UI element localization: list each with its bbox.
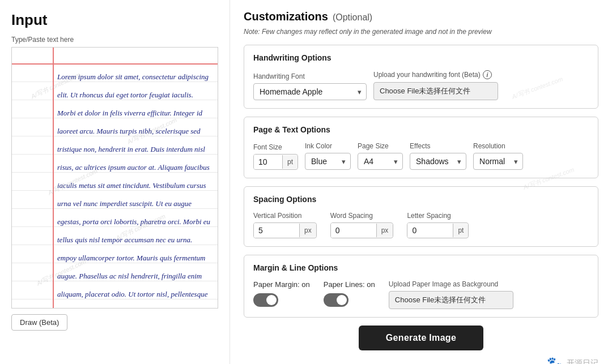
input-label: Type/Paste text here [11, 36, 218, 44]
bg-upload-group: Upload Paper Image as Background Choose … [389, 280, 513, 309]
customizations-note: Note: Few changes may reflect only in th… [244, 28, 598, 36]
font-upload-label: Upload your handwriting font (Beta) i [373, 70, 498, 79]
margin-line-options-row: Paper Margin: on Paper Lines: on [253, 280, 589, 309]
font-size-input-wrapper: pt [253, 154, 298, 170]
logo-text: 开源日记 [567, 358, 598, 364]
customizations-title: Customizations [244, 10, 328, 23]
spacing-options-section: Spacing Options Vertical Position px Wor… [244, 186, 598, 247]
customizations-optional: (Optional) [333, 12, 372, 23]
logo-icon: 🐾 [547, 356, 562, 364]
draw-button[interactable]: Draw (Beta) [11, 314, 67, 331]
spacing-options-row: Vertical Position px Word Spacing px [253, 212, 589, 238]
ink-color-select[interactable]: Blue Black Red Green [305, 153, 351, 170]
margin-line-options-section: Margin & Line Options Paper Margin: on P… [244, 255, 598, 318]
handwritten-text-display: Lorem ipsum dolor sit amet, consectetur … [57, 68, 212, 308]
font-label: Handwriting Font [253, 72, 367, 80]
vertical-position-input-wrapper: px [253, 222, 317, 238]
letter-spacing-label: Letter Spacing [407, 212, 469, 220]
font-size-unit: pt [282, 155, 298, 169]
page-text-options-section: Page & Text Options Font Size pt Ink Col… [244, 117, 598, 178]
ink-color-select-wrapper: Blue Black Red Green [305, 153, 351, 170]
info-icon[interactable]: i [483, 70, 492, 79]
resolution-select-wrapper: Normal High Low [473, 153, 523, 170]
vertical-position-group: Vertical Position px [253, 212, 317, 238]
page-title: Input [11, 11, 218, 29]
page-text-options-row: Font Size pt Ink Color Blue Black [253, 142, 589, 170]
text-input-area[interactable]: A/写书 contest.com A/写书 contest.com A/写书 c… [11, 47, 218, 309]
effects-select-wrapper: Shadows None Blur [410, 153, 466, 170]
margin-line-section-title: Margin & Line Options [253, 263, 589, 272]
word-spacing-input[interactable] [331, 223, 376, 238]
resolution-label: Resolution [473, 142, 523, 150]
word-spacing-group: Word Spacing px [330, 212, 394, 238]
effects-select[interactable]: Shadows None Blur [410, 153, 466, 170]
font-select[interactable]: Homemade Apple Dancing Script Caveat Pac… [253, 83, 367, 100]
paper-lines-slider [324, 293, 348, 307]
resolution-select[interactable]: Normal High Low [473, 153, 523, 170]
bg-upload-label: Upload Paper Image as Background [389, 280, 513, 288]
paper-margin-label: Paper Margin: on [253, 280, 310, 289]
word-spacing-unit: px [376, 224, 393, 237]
bg-upload-button[interactable]: Choose File未选择任何文件 [389, 291, 513, 309]
page-text-section-title: Page & Text Options [253, 125, 589, 134]
resolution-group: Resolution Normal High Low [473, 142, 523, 170]
word-spacing-label: Word Spacing [330, 212, 394, 220]
generate-button-row: Generate Image [244, 326, 598, 350]
spacing-section-title: Spacing Options [253, 195, 589, 204]
left-panel: Input Type/Paste text here A/写书 contest.… [0, 0, 230, 364]
effects-group: Effects Shadows None Blur [410, 142, 466, 170]
paper-lines-toggle[interactable] [324, 293, 348, 307]
page-size-label: Page Size [358, 142, 403, 150]
right-panel: Customizations (Optional) Note: Few chan… [230, 0, 612, 364]
paper-lines-label: Paper Lines: on [324, 280, 375, 289]
effects-label: Effects [410, 142, 466, 150]
font-select-wrapper: Homemade Apple Dancing Script Caveat Pac… [253, 83, 367, 100]
paper-margin-group: Paper Margin: on [253, 280, 310, 307]
font-size-group: Font Size pt [253, 143, 298, 170]
page-size-select-wrapper: A4 A3 Letter Legal [358, 153, 403, 170]
letter-spacing-input-wrapper: pt [407, 222, 469, 238]
page-size-select[interactable]: A4 A3 Letter Legal [358, 153, 403, 170]
font-size-label: Font Size [253, 143, 298, 151]
word-spacing-input-wrapper: px [330, 222, 394, 238]
paper-lines-group: Paper Lines: on [324, 280, 375, 307]
generate-image-button[interactable]: Generate Image [359, 326, 483, 350]
page-size-group: Page Size A4 A3 Letter Legal [358, 142, 403, 170]
font-upload-button[interactable]: Choose File未选择任何文件 [373, 82, 498, 100]
font-field-group: Handwriting Font Homemade Apple Dancing … [253, 72, 367, 100]
handwriting-options-row: Handwriting Font Homemade Apple Dancing … [253, 70, 589, 100]
lined-paper: A/写书 contest.com A/写书 contest.com A/写书 c… [12, 48, 218, 308]
font-upload-group: Upload your handwriting font (Beta) i Ch… [373, 70, 498, 100]
handwriting-section-title: Handwriting Options [253, 53, 589, 62]
font-size-input[interactable] [254, 155, 282, 169]
paper-margin-slider [253, 293, 278, 307]
letter-spacing-unit: pt [453, 224, 468, 237]
ink-color-label: Ink Color [305, 142, 351, 150]
vertical-position-input[interactable] [254, 223, 299, 238]
handwriting-options-section: Handwriting Options Handwriting Font Hom… [244, 45, 598, 109]
letter-spacing-input[interactable] [407, 223, 453, 238]
letter-spacing-group: Letter Spacing pt [407, 212, 469, 238]
paper-margin-toggle[interactable] [253, 293, 278, 307]
vertical-position-label: Vertical Position [253, 212, 317, 220]
vertical-position-unit: px [299, 224, 316, 237]
ink-color-group: Ink Color Blue Black Red Green [305, 142, 351, 170]
